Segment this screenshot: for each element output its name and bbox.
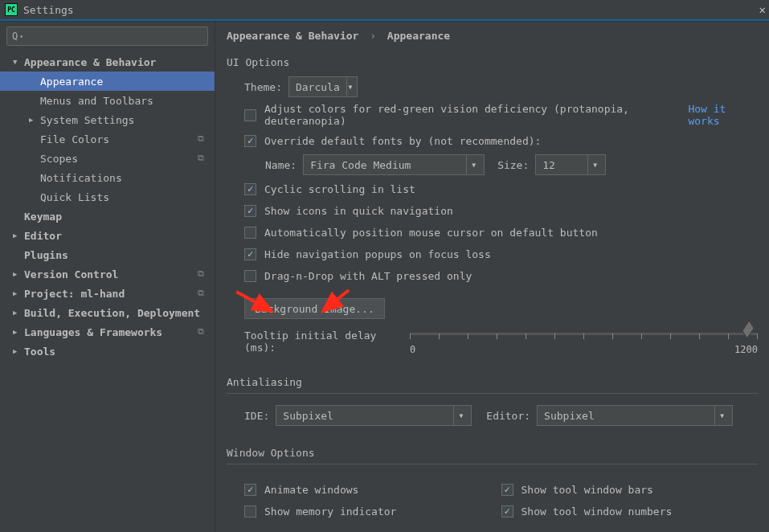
show-numbers-checkbox[interactable] — [501, 505, 513, 518]
close-icon[interactable]: ✕ — [759, 3, 766, 16]
sidebar-item-menus-and-toolbars[interactable]: Menus and Toolbars — [0, 91, 215, 110]
sidebar-item-label: File Colors — [40, 133, 195, 145]
project-badge-icon: ⧉ — [195, 326, 207, 338]
expander-icon: ▶ — [13, 231, 24, 239]
sidebar-item-build-execution-deployment[interactable]: ▶Build, Execution, Deployment — [0, 303, 215, 322]
tooltip-delay-slider[interactable] — [410, 325, 758, 342]
sidebar-item-label: Project: ml-hand — [24, 288, 195, 300]
window-options-header: Window Options — [227, 447, 758, 464]
theme-value: Darcula — [296, 81, 340, 93]
project-badge-icon: ⧉ — [195, 133, 207, 145]
show-toolbars-checkbox[interactable] — [501, 484, 513, 496]
sidebar-item-label: Appearance — [40, 76, 207, 88]
sidebar-item-label: Tools — [24, 346, 207, 358]
override-fonts-label: Override default fonts by (not recommend… — [264, 135, 541, 147]
breadcrumb: Appearance & Behavior › Appearance — [227, 30, 758, 42]
ide-aa-select[interactable]: Subpixel ▼ — [276, 405, 472, 426]
hide-nav-checkbox[interactable] — [244, 248, 256, 260]
sidebar-item-tools[interactable]: ▶Tools — [0, 342, 215, 361]
sidebar-item-appearance[interactable]: Appearance — [0, 72, 215, 91]
ui-options-header: UI Options — [227, 56, 758, 68]
dnd-alt-checkbox[interactable] — [244, 270, 256, 282]
breadcrumb-parent: Appearance & Behavior — [227, 30, 358, 42]
sidebar-item-system-settings[interactable]: ▶System Settings — [0, 110, 215, 129]
sidebar-item-label: Menus and Toolbars — [40, 95, 207, 107]
font-size-select[interactable]: 12 ▼ — [535, 154, 606, 175]
project-badge-icon: ⧉ — [195, 268, 207, 280]
project-badge-icon: ⧉ — [195, 153, 207, 164]
background-image-button[interactable]: Background Image... — [244, 298, 385, 319]
auto-mouse-checkbox[interactable] — [244, 227, 256, 239]
sidebar: Q▾ ▼Appearance & BehaviorAppearanceMenus… — [0, 22, 215, 532]
font-name-select[interactable]: Fira Code Medium ▼ — [303, 154, 485, 175]
expander-icon: ▶ — [13, 289, 24, 297]
expander-icon: ▼ — [13, 58, 24, 66]
chevron-down-icon: ▼ — [714, 406, 729, 425]
chevron-down-icon: ▼ — [453, 406, 468, 425]
title-bar: PC Settings ✕ — [0, 0, 769, 21]
adjust-colors-label: Adjust colors for red-green vision defic… — [264, 103, 681, 127]
breadcrumb-separator: › — [370, 30, 376, 42]
show-numbers-label: Show tool window numbers — [522, 505, 673, 518]
show-icons-checkbox[interactable] — [244, 205, 256, 217]
sidebar-item-appearance-behavior[interactable]: ▼Appearance & Behavior — [0, 52, 215, 72]
chevron-down-icon: ▾ — [19, 33, 23, 40]
slider-max: 1200 — [734, 344, 758, 355]
project-badge-icon: ⧉ — [195, 288, 207, 299]
cyclic-scrolling-checkbox[interactable] — [244, 183, 256, 195]
hide-nav-label: Hide navigation popups on focus loss — [264, 248, 491, 260]
sidebar-item-version-control[interactable]: ▶Version Control⧉ — [0, 264, 215, 284]
sidebar-item-scopes[interactable]: Scopes⧉ — [0, 149, 215, 168]
sidebar-item-plugins[interactable]: Plugins — [0, 245, 215, 264]
show-memory-checkbox[interactable] — [244, 505, 256, 518]
editor-aa-select[interactable]: Subpixel ▼ — [537, 405, 733, 426]
sidebar-item-keymap[interactable]: Keymap — [0, 207, 215, 226]
background-image-button-label: Background Image... — [255, 303, 374, 315]
expander-icon: ▶ — [29, 116, 40, 124]
sidebar-item-quick-lists[interactable]: Quick Lists — [0, 187, 215, 207]
cyclic-scrolling-label: Cyclic scrolling in list — [264, 183, 415, 195]
search-input[interactable]: Q▾ — [6, 27, 208, 46]
sidebar-item-label: Editor — [24, 230, 207, 242]
expander-icon: ▶ — [13, 309, 24, 317]
sidebar-item-project-ml-hand[interactable]: ▶Project: ml-hand⧉ — [0, 284, 215, 303]
show-icons-label: Show icons in quick navigation — [264, 205, 453, 217]
chevron-down-icon: ▼ — [466, 155, 481, 174]
sidebar-item-label: Version Control — [24, 268, 195, 280]
ide-aa-value: Subpixel — [283, 410, 447, 422]
settings-tree: ▼Appearance & BehaviorAppearanceMenus an… — [0, 51, 215, 532]
window-title: Settings — [23, 4, 74, 16]
sidebar-item-languages-frameworks[interactable]: ▶Languages & Frameworks⧉ — [0, 322, 215, 342]
dnd-alt-label: Drag-n-Drop with ALT pressed only — [264, 270, 472, 282]
font-size-label: Size: — [497, 159, 529, 171]
sidebar-item-label: Keymap — [24, 211, 207, 223]
chevron-down-icon: ▼ — [346, 77, 354, 96]
sidebar-item-label: Plugins — [24, 249, 207, 261]
sidebar-item-editor[interactable]: ▶Editor — [0, 226, 215, 245]
font-name-value: Fira Code Medium — [310, 159, 460, 171]
theme-label: Theme: — [244, 81, 282, 93]
animate-windows-checkbox[interactable] — [244, 484, 256, 496]
editor-aa-value: Subpixel — [544, 410, 708, 422]
search-icon: Q — [12, 31, 18, 42]
sidebar-item-label: Build, Execution, Deployment — [24, 307, 207, 319]
show-memory-label: Show memory indicator — [264, 505, 396, 518]
tooltip-delay-label: Tooltip initial delay (ms): — [244, 325, 410, 354]
how-it-works-link[interactable]: How it works — [688, 103, 758, 127]
font-name-label: Name: — [265, 159, 297, 171]
expander-icon: ▶ — [13, 270, 24, 278]
sidebar-item-label: Scopes — [40, 153, 195, 165]
sidebar-item-file-colors[interactable]: File Colors⧉ — [0, 129, 215, 149]
override-fonts-checkbox[interactable] — [244, 135, 256, 147]
sidebar-item-label: Languages & Frameworks — [24, 326, 195, 338]
settings-panel: Appearance & Behavior › Appearance UI Op… — [215, 22, 769, 532]
font-size-value: 12 — [542, 159, 581, 171]
adjust-colors-checkbox[interactable] — [244, 109, 256, 121]
sidebar-item-notifications[interactable]: Notifications — [0, 168, 215, 187]
antialiasing-header: Antialiasing — [227, 376, 758, 394]
show-toolbars-label: Show tool window bars — [522, 484, 653, 496]
theme-select[interactable]: Darcula ▼ — [288, 76, 358, 97]
sidebar-item-label: Notifications — [40, 172, 207, 184]
sidebar-item-label: Quick Lists — [40, 191, 207, 203]
expander-icon: ▶ — [13, 328, 24, 336]
